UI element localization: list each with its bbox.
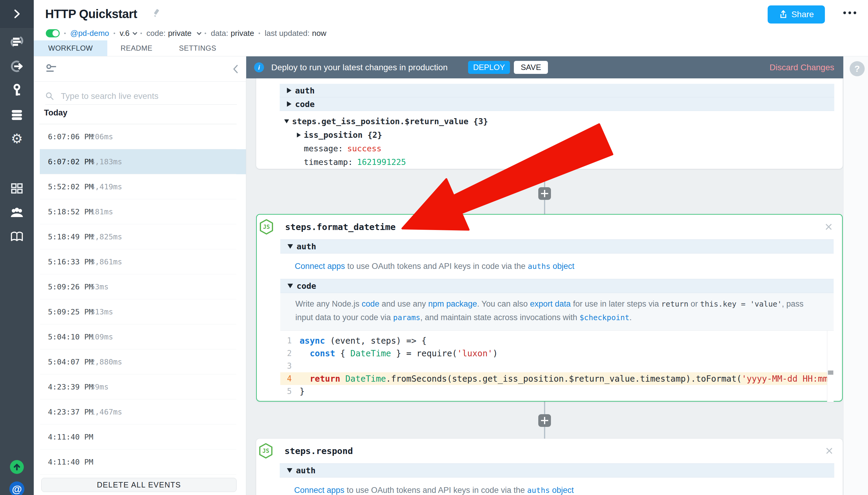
collapse-icon	[284, 119, 289, 123]
tab-workflow[interactable]: WORKFLOW	[34, 40, 107, 56]
line-number: 5	[280, 387, 292, 396]
version-dropdown[interactable]: v.6	[120, 29, 136, 38]
editor-scrollbar[interactable]	[827, 331, 834, 402]
filter-icon	[45, 63, 57, 75]
sidebar-item-event-sources[interactable]	[0, 60, 34, 73]
code-text: }	[292, 387, 305, 396]
event-row[interactable]: 5:52:02 PM4,419ms	[34, 174, 246, 199]
sidebar-item-workflows[interactable]	[0, 35, 34, 48]
edit-title-button[interactable]	[151, 8, 161, 19]
share-button[interactable]: Share	[768, 5, 825, 23]
code-line: 3	[280, 360, 834, 372]
active-toggle[interactable]	[46, 29, 60, 37]
auth-help-text: Connect apps to use OAuth tokens and API…	[280, 254, 834, 279]
tab-settings[interactable]: SETTINGS	[166, 40, 230, 56]
auths-object-link-text[interactable]: object	[550, 486, 574, 495]
filter-button[interactable]	[45, 63, 57, 76]
event-time: 5:16:33 PM	[48, 257, 93, 266]
last-updated: last updated: now	[265, 29, 326, 38]
delete-all-events-button[interactable]: DELETE ALL EVENTS	[41, 478, 237, 492]
add-step-button[interactable]	[538, 414, 551, 427]
code-value: private	[168, 29, 191, 38]
sidebar-item-support[interactable]: @	[0, 481, 34, 495]
event-row[interactable]: 5:18:52 PM181ms	[34, 199, 246, 224]
auths-object-link[interactable]: auths	[527, 486, 550, 495]
checkpoint-link[interactable]: $checkpoint	[579, 313, 630, 322]
toggle-knob	[52, 30, 59, 36]
event-duration: 2,825ms	[90, 233, 122, 241]
line-number: 2	[280, 349, 292, 358]
code-help-text: Write any Node.js code and use any npm p…	[280, 293, 834, 330]
add-step-button[interactable]	[538, 187, 551, 200]
sidebar-item-apps[interactable]	[0, 182, 34, 194]
right-scroll-gutter[interactable]: ?	[843, 56, 868, 495]
collapse-panel-button[interactable]	[231, 64, 239, 76]
help-button[interactable]: ?	[850, 61, 865, 76]
event-row[interactable]: 5:09:26 PM53ms	[34, 274, 246, 300]
connect-apps-link[interactable]: Connect apps	[295, 262, 345, 271]
connect-apps-link[interactable]: Connect apps	[294, 486, 345, 495]
event-row[interactable]: 4:11:40 PM	[34, 425, 246, 449]
event-row[interactable]: 5:16:33 PM3,861ms	[34, 249, 246, 274]
event-row[interactable]: 4:23:39 PM39ms	[34, 374, 246, 399]
auth-section-header[interactable]: auth	[280, 239, 834, 254]
workflows-icon	[10, 35, 23, 48]
owner-link[interactable]: @pd-demo	[70, 29, 109, 38]
dots-icon	[848, 12, 851, 14]
more-options-button[interactable]	[843, 12, 856, 14]
chevron-right-icon	[11, 7, 23, 20]
event-row[interactable]: 4:11:40 PM	[34, 449, 246, 475]
sidebar-item-keys[interactable]	[0, 84, 34, 98]
code-section-label: code	[297, 281, 316, 291]
svg-text:JS: JS	[262, 447, 270, 454]
sidebar-item-docs[interactable]	[0, 231, 34, 243]
sidebar-item-changelog[interactable]	[0, 460, 34, 474]
tree-node-return-value[interactable]: steps.get_iss_position.$return_value {3}	[284, 115, 834, 128]
sidebar-item-community[interactable]	[0, 207, 34, 219]
separator-dot	[64, 33, 66, 34]
collapse-icon	[287, 468, 292, 473]
event-row[interactable]: 5:04:10 PM109ms	[34, 324, 246, 349]
code-visibility-dropdown[interactable]: code: private	[146, 29, 201, 38]
code-section-header[interactable]: code	[280, 279, 834, 293]
auths-object-link[interactable]: auths	[528, 262, 550, 271]
discard-changes-link[interactable]: Discard Changes	[769, 56, 834, 79]
tab-readme[interactable]: README	[107, 40, 166, 56]
code-section-header[interactable]: code	[280, 97, 834, 111]
event-row[interactable]: 6:07:02 PM4,183ms	[34, 149, 246, 174]
event-row[interactable]: 6:07:06 PM206ms	[34, 124, 246, 149]
save-button[interactable]: SAVE	[514, 61, 548, 74]
close-step-icon[interactable]	[825, 447, 834, 455]
params-link[interactable]: params	[393, 313, 420, 322]
event-row[interactable]: 5:18:49 PM2,825ms	[34, 224, 246, 249]
code-editor[interactable]: 1async (event, steps) => {2 const { Date…	[280, 330, 834, 402]
scrollbar-thumb[interactable]	[828, 371, 833, 375]
sidebar-item-settings[interactable]: ⚙	[0, 132, 34, 145]
event-duration: 206ms	[90, 132, 113, 141]
data-visibility: data: private	[211, 29, 254, 38]
event-row[interactable]: 5:04:07 PM2,880ms	[34, 349, 246, 374]
auth-section-label: auth	[297, 242, 316, 251]
search-input[interactable]	[61, 91, 230, 101]
sidebar-expand-button[interactable]	[0, 0, 34, 28]
line-number: 1	[280, 336, 292, 345]
share-upload-icon	[779, 10, 788, 19]
separator-dot	[205, 33, 206, 34]
code-docs-link[interactable]: code	[362, 300, 379, 308]
event-duration: 313ms	[90, 307, 113, 316]
code-lines: 1async (event, steps) => {2 const { Date…	[280, 334, 834, 398]
auth-section-header[interactable]: auth	[280, 84, 834, 97]
npm-package-link[interactable]: npm package	[428, 300, 477, 308]
deploy-button[interactable]: DEPLOY	[468, 61, 510, 74]
sidebar-item-sql[interactable]	[0, 108, 34, 121]
close-step-icon[interactable]	[824, 223, 833, 231]
auth-help-text: Connect apps to use OAuth tokens and API…	[280, 478, 834, 495]
auths-object-link-text[interactable]: object	[550, 262, 574, 271]
event-row[interactable]: 5:09:25 PM313ms	[34, 300, 246, 324]
tree-node-iss-position[interactable]: iss_position {2}	[297, 128, 834, 142]
export-data-link[interactable]: export data	[530, 300, 571, 308]
tree-leaf-timestamp: timestamp: 1621991225	[304, 155, 834, 169]
data-value: private	[230, 29, 254, 38]
event-row[interactable]: 4:23:37 PM1,467ms	[34, 399, 246, 425]
auth-section-header[interactable]: auth	[280, 463, 834, 478]
